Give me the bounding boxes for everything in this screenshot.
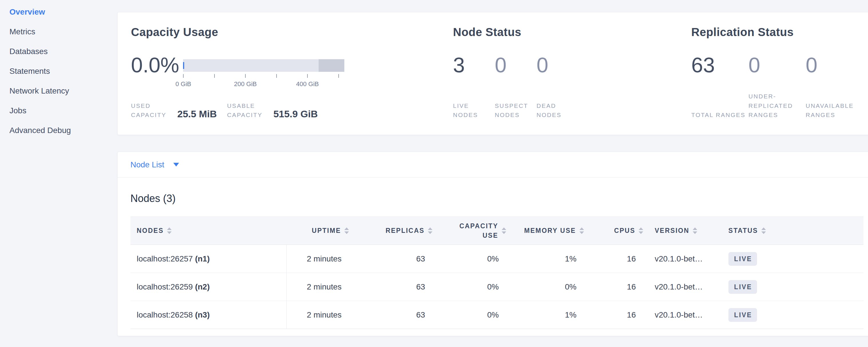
capacity-usage-section: Capacity Usage 0.0% 0 GiB 2 <box>131 25 453 120</box>
unavailable-ranges-value: 0 <box>806 55 863 76</box>
uptime-cell: 2 minutes <box>286 301 354 329</box>
total-ranges-value: 63 <box>691 55 748 76</box>
suspect-nodes-value: 0 <box>495 55 536 76</box>
sidebar-item-metrics[interactable]: Metrics <box>0 22 117 42</box>
table-row[interactable]: localhost:26257 (n1) 2 minutes 63 0% 1% … <box>130 245 863 273</box>
replicas-cell: 63 <box>354 273 438 301</box>
capacity-use-cell: 0% <box>438 245 512 273</box>
sort-icon <box>580 227 584 234</box>
node-list-card: Node List Nodes (3) Nodes <box>117 152 868 336</box>
capacity-use-cell: 0% <box>438 273 512 301</box>
sort-icon <box>761 227 766 234</box>
column-header-version[interactable]: Version <box>649 217 723 245</box>
sort-icon <box>167 227 172 234</box>
status-badge: LIVE <box>728 252 757 266</box>
node-status-section: Node Status 3 Live Nodes 0 Suspect Nodes… <box>453 25 691 120</box>
usable-capacity-label: Usable Capacity <box>227 101 264 120</box>
sidebar-item-advanced-debug[interactable]: Advanced Debug <box>0 121 117 140</box>
column-header-capacity-use[interactable]: Capacity Use <box>438 217 512 245</box>
sidebar-item-databases[interactable]: Databases <box>0 42 117 62</box>
replication-status-section: Replication Status 63 Total Ranges 0 Und… <box>691 25 863 120</box>
suspect-nodes-stat: 0 Suspect Nodes <box>495 55 536 120</box>
table-row[interactable]: localhost:26259 (n2) 2 minutes 63 0% 0% … <box>130 273 863 301</box>
under-replicated-ranges-label: Under-Replicated Ranges <box>748 92 806 120</box>
node-list-dropdown[interactable]: Node List <box>130 160 179 169</box>
column-header-cpus[interactable]: CPUs <box>590 217 649 245</box>
capacity-bar-chart: 0 GiB 200 GiB 400 GiB <box>183 55 344 89</box>
dead-nodes-label: Dead Nodes <box>536 101 578 120</box>
capacity-used-percent: 0.0% <box>131 55 182 76</box>
dead-nodes-stat: 0 Dead Nodes <box>536 55 578 120</box>
memory-use-cell: 1% <box>512 245 590 273</box>
usable-capacity-value: 515.9 GiB <box>273 109 318 120</box>
sort-icon <box>344 227 349 234</box>
under-replicated-ranges-stat: 0 Under-Replicated Ranges <box>748 55 806 120</box>
used-capacity-value: 25.5 MiB <box>177 109 217 120</box>
capacity-axis: 0 GiB 200 GiB 400 GiB <box>183 72 344 89</box>
node-list-dropdown-label: Node List <box>130 160 164 169</box>
sidebar-nav: Overview Metrics Databases Statements Ne… <box>0 2 117 140</box>
sidebar-item-statements[interactable]: Statements <box>0 62 117 81</box>
cpus-cell: 16 <box>590 301 649 329</box>
capacity-used-indicator <box>183 62 184 69</box>
sort-icon <box>428 227 432 234</box>
cpus-cell: 16 <box>590 245 649 273</box>
status-badge: LIVE <box>728 308 757 322</box>
capacity-reserved-segment <box>319 59 344 72</box>
sidebar-item-overview[interactable]: Overview <box>0 2 117 22</box>
version-cell: v20.1.0-bet… <box>649 245 723 273</box>
node-address-cell[interactable]: localhost:26258 (n3) <box>130 301 286 329</box>
sidebar: Overview Metrics Databases Statements Ne… <box>0 0 117 347</box>
node-status-title: Node Status <box>453 25 691 39</box>
capacity-usage-title: Capacity Usage <box>131 25 453 39</box>
uptime-cell: 2 minutes <box>286 245 354 273</box>
status-cell: LIVE <box>723 301 863 329</box>
used-capacity-label: Used Capacity <box>131 101 167 120</box>
column-header-memory-use[interactable]: Memory Use <box>512 217 590 245</box>
axis-tick-label: 200 GiB <box>234 81 257 88</box>
total-ranges-label: Total Ranges <box>691 111 748 120</box>
live-nodes-stat: 3 Live Nodes <box>453 55 495 120</box>
cluster-summary-card: Capacity Usage 0.0% 0 GiB 2 <box>117 12 868 135</box>
replicas-cell: 63 <box>354 245 438 273</box>
unavailable-ranges-stat: 0 Unavailable Ranges <box>806 55 863 120</box>
suspect-nodes-label: Suspect Nodes <box>495 101 536 120</box>
live-nodes-value: 3 <box>453 55 495 76</box>
sort-icon <box>502 227 506 234</box>
nodes-heading: Nodes (3) <box>130 192 863 204</box>
replicas-cell: 63 <box>354 301 438 329</box>
under-replicated-ranges-value: 0 <box>748 55 806 76</box>
dead-nodes-value: 0 <box>536 55 578 76</box>
column-header-uptime[interactable]: Uptime <box>286 217 354 245</box>
axis-tick-label: 400 GiB <box>296 81 319 88</box>
uptime-cell: 2 minutes <box>286 273 354 301</box>
status-cell: LIVE <box>723 273 863 301</box>
axis-tick-label: 0 GiB <box>175 81 191 88</box>
version-cell: v20.1.0-bet… <box>649 273 723 301</box>
memory-use-cell: 0% <box>512 273 590 301</box>
node-address-cell[interactable]: localhost:26259 (n2) <box>130 273 286 301</box>
sidebar-item-network-latency[interactable]: Network Latency <box>0 81 117 101</box>
replication-status-title: Replication Status <box>691 25 863 39</box>
capacity-bar <box>183 59 344 72</box>
sidebar-item-jobs[interactable]: Jobs <box>0 101 117 121</box>
sort-icon <box>639 227 643 234</box>
cpus-cell: 16 <box>590 273 649 301</box>
column-header-nodes[interactable]: Nodes <box>130 217 286 245</box>
capacity-use-cell: 0% <box>438 301 512 329</box>
column-header-replicas[interactable]: Replicas <box>354 217 438 245</box>
node-address-cell[interactable]: localhost:26257 (n1) <box>130 245 286 273</box>
column-header-status[interactable]: Status <box>723 217 863 245</box>
nodes-table: Nodes Uptime Replicas Capacity Use <box>130 217 863 329</box>
app-root: Overview Metrics Databases Statements Ne… <box>0 0 868 347</box>
main-content: Capacity Usage 0.0% 0 GiB 2 <box>117 0 868 347</box>
view-selector-row: Node List <box>118 152 868 178</box>
live-nodes-label: Live Nodes <box>453 101 495 120</box>
chevron-down-icon <box>173 163 179 166</box>
table-row[interactable]: localhost:26258 (n3) 2 minutes 63 0% 1% … <box>130 301 863 329</box>
total-ranges-stat: 63 Total Ranges <box>691 55 748 120</box>
unavailable-ranges-label: Unavailable Ranges <box>806 101 863 120</box>
memory-use-cell: 1% <box>512 301 590 329</box>
sort-icon <box>693 227 697 234</box>
status-badge: LIVE <box>728 280 757 294</box>
